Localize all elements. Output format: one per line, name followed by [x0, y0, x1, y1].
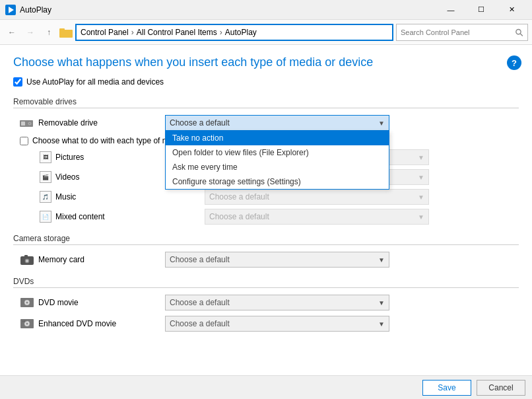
use-autoplay-row: Use AutoPlay for all media and devices	[13, 77, 519, 87]
svg-rect-7	[21, 122, 25, 126]
forward-button[interactable]: →	[22, 24, 38, 40]
memory-card-row: Memory card Choose a default ▼	[13, 252, 519, 268]
music-icon: 🎵	[40, 191, 51, 203]
dvds-section: DVDs DVD movie Choose a default ▼	[13, 277, 519, 332]
close-button[interactable]: ✕	[496, 0, 527, 20]
page-title: Choose what happens when you insert each…	[13, 55, 519, 69]
memory-card-dropdown[interactable]: Choose a default ▼	[165, 252, 389, 268]
mixed-content-dropdown: Choose a default ▼	[205, 209, 429, 225]
svg-point-4	[516, 29, 521, 34]
mixed-content-label: 📄 Mixed content	[40, 211, 205, 223]
dropdown-header[interactable]: Choose a default ▼	[165, 115, 389, 131]
choose-type-checkbox[interactable]	[20, 137, 28, 145]
folder-icon	[59, 27, 73, 38]
svg-rect-13	[24, 255, 28, 257]
removable-drive-dropdown[interactable]: Choose a default ▼ Take no action Open f…	[165, 115, 389, 131]
svg-point-9	[29, 123, 30, 124]
music-row: 🎵 Music Choose a default ▼	[13, 189, 519, 205]
enhanced-dvd-icon: HD	[20, 318, 34, 330]
chevron-down-icon: ▼	[378, 120, 385, 127]
bottom-bar: Save Cancel	[0, 375, 532, 399]
chevron-down-icon: ▼	[418, 174, 424, 181]
svg-text:HD: HD	[22, 320, 26, 323]
mixed-content-row: 📄 Mixed content Choose a default ▼	[13, 209, 519, 225]
dvds-header: DVDs	[13, 277, 519, 288]
chevron-down-icon: ▼	[378, 299, 385, 307]
svg-line-5	[520, 33, 523, 36]
enhanced-dvd-row: HD Enhanced DVD movie Choose a default ▼	[13, 316, 519, 332]
search-bar[interactable]	[396, 24, 528, 41]
title-bar: AutoPlay — ☐ ✕	[0, 0, 532, 20]
removable-drive-row: Removable drive Choose a default ▼ Take …	[13, 115, 519, 131]
svg-point-12	[26, 260, 28, 262]
dropdown-list: Take no action Open folder to view files…	[165, 131, 389, 190]
search-icon	[515, 28, 523, 37]
enhanced-dvd-dropdown[interactable]: Choose a default ▼	[165, 316, 389, 332]
back-button[interactable]: ←	[4, 24, 20, 40]
music-label: 🎵 Music	[40, 191, 205, 203]
svg-point-19	[26, 323, 28, 325]
memory-card-label: Memory card	[20, 254, 165, 266]
dvd-icon	[20, 297, 34, 308]
removable-drive-name: Removable drive	[38, 118, 98, 127]
save-button[interactable]: Save	[422, 380, 471, 396]
use-autoplay-checkbox[interactable]	[13, 77, 22, 87]
breadcrumb-item-2: All Control Panel Items	[137, 28, 217, 37]
mixed-content-icon: 📄	[40, 211, 51, 223]
camera-storage-section: Camera storage Memory card Choose a defa…	[13, 234, 519, 268]
dropdown-selected-label: Choose a default	[170, 118, 230, 127]
help-button[interactable]: ?	[507, 55, 521, 70]
search-input[interactable]	[401, 28, 512, 36]
breadcrumb-item-3: AutoPlay	[225, 28, 257, 37]
breadcrumb[interactable]: Control Panel › All Control Panel Items …	[75, 24, 393, 41]
dvd-movie-dropdown[interactable]: Choose a default ▼	[165, 295, 389, 310]
up-button[interactable]: ↑	[41, 24, 57, 40]
dvd-movie-label: DVD movie	[20, 297, 165, 308]
svg-point-16	[26, 302, 28, 304]
svg-rect-3	[59, 28, 65, 31]
dropdown-option-1[interactable]: Take no action	[166, 131, 389, 145]
removable-drive-label: Removable drive	[20, 118, 165, 128]
cancel-button[interactable]: Cancel	[477, 380, 525, 396]
breadcrumb-item-1: Control Panel	[81, 28, 129, 37]
use-autoplay-label: Use AutoPlay for all media and devices	[26, 77, 164, 87]
dropdown-option-3[interactable]: Ask me every time	[166, 160, 389, 174]
choose-type-label: Choose what to do with each type of m...	[32, 136, 176, 145]
main-content: ? Choose what happens when you insert ea…	[0, 45, 532, 375]
window-controls: — ☐ ✕	[436, 0, 527, 20]
chevron-down-icon: ▼	[378, 256, 385, 264]
music-dropdown: Choose a default ▼	[205, 189, 429, 205]
camera-storage-header: Camera storage	[13, 234, 519, 245]
camera-icon	[20, 254, 34, 266]
removable-drives-header: Removable drives	[13, 97, 519, 108]
maximize-button[interactable]: ☐	[466, 0, 496, 20]
videos-icon: 🎬	[40, 171, 51, 183]
chevron-down-icon: ▼	[418, 213, 424, 221]
removable-drives-section: Removable drives Removable drive Choose …	[13, 97, 519, 225]
enhanced-dvd-label: HD Enhanced DVD movie	[20, 318, 165, 330]
address-bar: ← → ↑ Control Panel › All Control Panel …	[0, 20, 532, 45]
window-title: AutoPlay	[20, 5, 51, 15]
autoplay-icon	[5, 5, 16, 15]
chevron-down-icon: ▼	[378, 320, 385, 328]
chevron-down-icon: ▼	[418, 154, 424, 161]
dropdown-option-4[interactable]: Configure storage settings (Settings)	[166, 174, 389, 189]
minimize-button[interactable]: —	[436, 0, 466, 20]
pictures-icon: 🖼	[40, 151, 51, 163]
drive-icon	[20, 118, 34, 128]
chevron-down-icon: ▼	[418, 194, 424, 201]
dvd-movie-row: DVD movie Choose a default ▼	[13, 295, 519, 310]
dropdown-option-2[interactable]: Open folder to view files (File Explorer…	[166, 145, 389, 160]
